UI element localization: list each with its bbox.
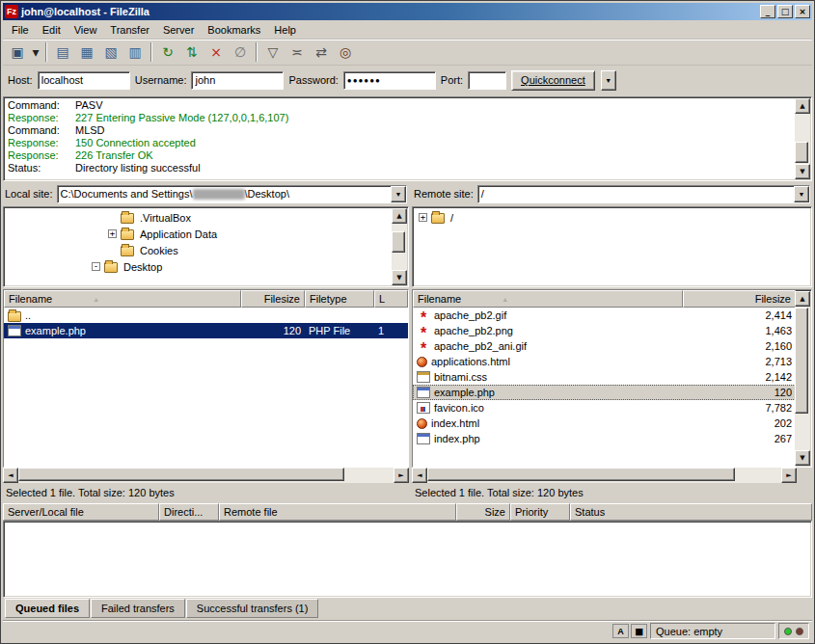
tab-successful-transfers-1-[interactable]: Successful transfers (1) bbox=[186, 599, 319, 618]
scroll-left-icon[interactable]: ◄ bbox=[3, 468, 18, 483]
expand-icon[interactable]: + bbox=[419, 213, 427, 222]
file-row[interactable]: apache_pb2.gif2,414 bbox=[413, 308, 796, 323]
scroll-track[interactable] bbox=[18, 468, 394, 483]
close-button[interactable]: × bbox=[795, 5, 810, 18]
column-header-filename[interactable]: Filename▲ bbox=[4, 290, 241, 308]
file-row[interactable]: example.php120PHP File1 bbox=[4, 323, 408, 338]
menu-item-server[interactable]: Server bbox=[156, 22, 201, 38]
menu-item-edit[interactable]: Edit bbox=[36, 22, 68, 38]
tree-item[interactable]: +Application Data bbox=[4, 226, 392, 242]
maximize-button[interactable]: □ bbox=[777, 5, 793, 18]
file-row[interactable]: index.php267 bbox=[413, 431, 796, 446]
menu-item-transfer[interactable]: Transfer bbox=[103, 22, 156, 38]
column-header-priority[interactable]: Priority bbox=[510, 503, 570, 521]
tab-failed-transfers[interactable]: Failed transfers bbox=[91, 599, 185, 618]
local-tree-vscrollbar[interactable]: ▲ ▼ bbox=[392, 208, 407, 285]
site-manager-dropdown-button[interactable]: ▾ bbox=[30, 41, 41, 63]
username-input[interactable] bbox=[191, 71, 284, 90]
toggle-remote-tree-button[interactable]: ▧ bbox=[99, 41, 122, 63]
find-files-button[interactable]: ◎ bbox=[334, 41, 357, 63]
expand-icon[interactable]: + bbox=[108, 229, 117, 238]
log-vscrollbar[interactable]: ▲ ▼ bbox=[795, 98, 810, 179]
quickconnect-dropdown-button[interactable]: ▼ bbox=[601, 70, 616, 91]
tab-queued-files[interactable]: Queued files bbox=[5, 599, 90, 618]
scroll-track[interactable] bbox=[392, 224, 407, 270]
column-header-filesize[interactable]: Filesize bbox=[241, 290, 305, 308]
scroll-right-icon[interactable]: ► bbox=[781, 468, 797, 483]
column-header-server-local-file[interactable]: Server/Local file bbox=[3, 503, 159, 521]
remote-site-combobox[interactable]: / ▼ bbox=[477, 185, 810, 203]
remote-site-dropdown-button[interactable]: ▼ bbox=[794, 186, 809, 202]
column-header-remote-file[interactable]: Remote file bbox=[219, 503, 456, 521]
file-row[interactable]: apache_pb2.png1,463 bbox=[413, 323, 796, 338]
scroll-track[interactable] bbox=[795, 307, 810, 450]
toggle-queue-view-button[interactable]: ▥ bbox=[123, 41, 147, 63]
password-input[interactable] bbox=[343, 71, 436, 90]
remote-hscrollbar[interactable]: ◄ ► bbox=[412, 468, 797, 483]
scroll-right-icon[interactable]: ► bbox=[394, 468, 409, 483]
local-site-combobox[interactable]: C:\Documents and Settings\\Desktop\ ▼ bbox=[57, 185, 407, 203]
file-row[interactable]: applications.html2,713 bbox=[413, 354, 796, 369]
scroll-up-icon[interactable]: ▲ bbox=[795, 98, 810, 114]
directory-filter-button[interactable]: ▽ bbox=[261, 41, 285, 63]
remote-list-vscrollbar[interactable]: ▲ ▼ bbox=[795, 291, 810, 466]
file-row[interactable]: apache_pb2_ani.gif2,160 bbox=[413, 338, 796, 354]
scroll-up-icon[interactable]: ▲ bbox=[795, 291, 810, 307]
local-site-dropdown-button[interactable]: ▼ bbox=[391, 186, 406, 202]
menu-item-file[interactable]: File bbox=[5, 22, 36, 38]
host-input[interactable] bbox=[38, 71, 130, 90]
tree-item[interactable]: -Desktop bbox=[4, 258, 392, 275]
scroll-down-icon[interactable]: ▼ bbox=[795, 164, 810, 179]
scroll-thumb[interactable] bbox=[427, 468, 735, 481]
file-row[interactable]: favicon.ico7,782 bbox=[413, 400, 796, 416]
scroll-thumb[interactable] bbox=[18, 468, 344, 481]
column-header-l[interactable]: L bbox=[374, 290, 408, 308]
collapse-icon[interactable]: - bbox=[92, 262, 100, 271]
file-row[interactable]: .. bbox=[4, 308, 408, 323]
site-manager-button[interactable]: ▣ bbox=[6, 41, 29, 63]
file-row[interactable]: index.html202 bbox=[413, 416, 796, 431]
tree-item[interactable]: +/ bbox=[413, 209, 795, 226]
menu-item-view[interactable]: View bbox=[68, 22, 104, 38]
file-row[interactable]: bitnami.css2,142 bbox=[413, 369, 796, 385]
image-file-icon bbox=[417, 340, 430, 352]
column-header-filename[interactable]: Filename▲ bbox=[413, 290, 683, 308]
tree-item[interactable]: .VirtualBox bbox=[4, 209, 392, 226]
cancel-operation-button[interactable]: × bbox=[204, 41, 228, 63]
font-indicator-icon[interactable]: A bbox=[612, 624, 629, 638]
quickconnect-button[interactable]: Quickconnect bbox=[511, 70, 595, 91]
scroll-thumb[interactable] bbox=[795, 308, 808, 414]
synchronized-browsing-button[interactable]: ⇄ bbox=[310, 41, 333, 63]
tree-item[interactable]: Cookies bbox=[4, 242, 392, 258]
toggle-local-tree-button[interactable]: ▦ bbox=[75, 41, 98, 63]
title-bar[interactable]: Fz john@localhost - FileZilla _□× bbox=[3, 3, 812, 20]
menu-item-bookmarks[interactable]: Bookmarks bbox=[201, 22, 267, 38]
minimize-button[interactable]: _ bbox=[760, 5, 775, 18]
directory-comparison-button[interactable]: ≍ bbox=[285, 41, 309, 63]
process-queue-button[interactable]: ⇅ bbox=[180, 41, 204, 63]
local-hscrollbar[interactable]: ◄ ► bbox=[3, 468, 409, 483]
scroll-track[interactable] bbox=[427, 468, 781, 483]
scroll-up-icon[interactable]: ▲ bbox=[392, 208, 407, 224]
scroll-left-icon[interactable]: ◄ bbox=[412, 468, 427, 483]
column-header-directi-[interactable]: Directi... bbox=[159, 503, 219, 521]
file-row[interactable]: example.php120 bbox=[413, 385, 796, 400]
column-header-size[interactable]: Size bbox=[456, 503, 510, 521]
toggle-message-log-button[interactable]: ▤ bbox=[51, 41, 74, 63]
column-header-filesize[interactable]: Filesize bbox=[683, 290, 796, 308]
scroll-track[interactable] bbox=[795, 114, 810, 164]
menu-item-help[interactable]: Help bbox=[267, 22, 303, 38]
column-header-label: Filename bbox=[418, 293, 461, 305]
column-header-filetype[interactable]: Filetype bbox=[305, 290, 374, 308]
queue-body bbox=[3, 521, 812, 598]
scroll-down-icon[interactable]: ▼ bbox=[795, 450, 810, 466]
scroll-down-icon[interactable]: ▼ bbox=[392, 270, 407, 285]
column-header-status[interactable]: Status bbox=[570, 503, 812, 521]
refresh-button[interactable]: ↻ bbox=[156, 41, 179, 63]
keyboard-indicator-icon[interactable]: ▦ bbox=[631, 624, 647, 638]
port-input[interactable] bbox=[468, 71, 506, 90]
scroll-thumb[interactable] bbox=[795, 142, 808, 163]
disconnect-button[interactable]: ∅ bbox=[229, 41, 252, 63]
filezilla-window: Fz john@localhost - FileZilla _□× FileEd… bbox=[0, 0, 815, 644]
scroll-thumb[interactable] bbox=[392, 231, 405, 253]
